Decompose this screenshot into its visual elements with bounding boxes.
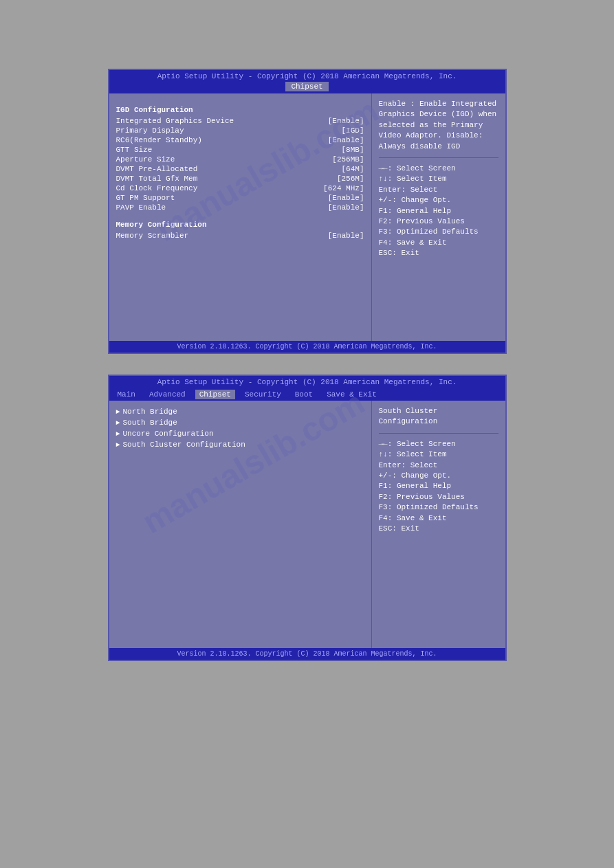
title-text: Aptio Setup Utility - Copyright (C) 2018…: [157, 72, 457, 80]
arrow-icon: ►: [116, 419, 120, 427]
table-row: DVMT Pre-Allocated [64M]: [116, 164, 364, 174]
screen2-footer: Version 2.18.1263. Copyright (C) 2018 Am…: [109, 648, 505, 660]
screen1-main: IGD Configuration Integrated Graphics De…: [109, 93, 371, 341]
table-row: Cd Clock Frequency [624 MHz]: [116, 183, 364, 193]
table-row: Aperture Size [256MB]: [116, 155, 364, 164]
tab-save-exit[interactable]: Save & Exit: [322, 390, 381, 399]
help-keys: →←: Select Screen ↑↓: Select Item Enter:…: [379, 439, 498, 535]
nav-uncore-config[interactable]: ► Uncore Configuration: [116, 428, 364, 439]
nav-north-bridge[interactable]: ► North Bridge: [116, 406, 364, 417]
help-description: Enable : Enable Integrated Graphics Devi…: [379, 99, 498, 152]
tab-boot[interactable]: Boot: [291, 390, 317, 399]
tab-advanced[interactable]: Advanced: [145, 390, 190, 399]
screen1-title: Aptio Setup Utility - Copyright (C) 2018…: [109, 70, 505, 93]
help-keys: →←: Select Screen ↑↓: Select Item Enter:…: [379, 164, 498, 259]
arrow-icon: ►: [116, 408, 120, 416]
table-row: Primary Display [IGD]: [116, 126, 364, 135]
tab-chipset[interactable]: Chipset: [195, 390, 235, 399]
screen2-help: South Cluster Configuration →←: Select S…: [371, 401, 505, 648]
igd-rows: Integrated Graphics Device [Enable] Prim…: [116, 116, 364, 212]
table-row: RC6(Render Standby) [Enable]: [116, 135, 364, 145]
nav-south-cluster[interactable]: ► South Cluster Configuration: [116, 439, 364, 450]
table-row: GTT Size [8MB]: [116, 145, 364, 155]
arrow-icon: ►: [116, 441, 120, 449]
nav-south-bridge[interactable]: ► South Bridge: [116, 417, 364, 428]
active-tab-label[interactable]: Chipset: [285, 82, 328, 91]
table-row: Memory Scrambler [Enable]: [116, 231, 364, 241]
bios-screen-2: Aptio Setup Utility - Copyright (C) 2018…: [108, 375, 507, 661]
igd-section-header: IGD Configuration: [116, 106, 364, 114]
bios-screen-1: Aptio Setup Utility - Copyright (C) 2018…: [108, 69, 507, 354]
screen2-title: Aptio Setup Utility - Copyright (C) 2018…: [109, 376, 505, 388]
help-description: South Cluster Configuration: [379, 406, 498, 427]
table-row: GT PM Support [Enable]: [116, 193, 364, 203]
screen2-tab-bar[interactable]: Main Advanced Chipset Security Boot Save…: [109, 388, 505, 401]
table-row: PAVP Enable [Enable]: [116, 203, 364, 212]
screen2-main: ► North Bridge ► South Bridge ► Uncore C…: [109, 401, 371, 648]
tab-main[interactable]: Main: [113, 390, 140, 399]
screen1-help: Enable : Enable Integrated Graphics Devi…: [371, 93, 505, 341]
table-row: Integrated Graphics Device [Enable]: [116, 116, 364, 126]
screen1-footer: Version 2.18.1263. Copyright (C) 2018 Am…: [109, 341, 505, 353]
arrow-icon: ►: [116, 430, 120, 438]
tab-security[interactable]: Security: [241, 390, 285, 399]
table-row: DVMT Total Gfx Mem [256M]: [116, 174, 364, 183]
memory-section-header: Memory Configuration: [116, 221, 364, 229]
